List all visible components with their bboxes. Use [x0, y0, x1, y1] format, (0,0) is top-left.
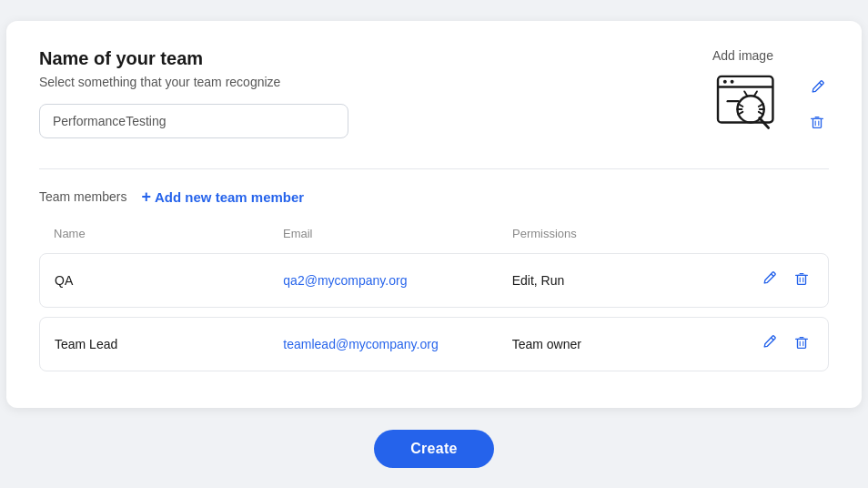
delete-image-button[interactable] — [805, 110, 829, 137]
svg-rect-28 — [797, 339, 805, 348]
svg-line-9 — [759, 104, 763, 107]
svg-line-15 — [819, 82, 822, 85]
svg-line-6 — [738, 104, 742, 107]
team-members-title: Team members — [39, 189, 126, 204]
image-section: Add image — [712, 48, 829, 143]
row-actions — [741, 267, 813, 294]
edit-image-button[interactable] — [805, 76, 829, 103]
delete-member-button[interactable] — [790, 267, 813, 294]
member-permissions: Team owner — [512, 337, 741, 351]
col-header-name: Name — [54, 227, 283, 240]
svg-rect-22 — [797, 275, 805, 284]
add-member-label: Add new team member — [155, 189, 304, 205]
team-info: Name of your team Select something that … — [39, 48, 676, 138]
svg-line-21 — [771, 273, 773, 276]
member-email: teamlead@mycompany.org — [283, 337, 511, 351]
image-area — [712, 70, 829, 143]
team-members-header: Team members + Add new team member — [39, 188, 829, 207]
member-permissions: Edit, Run — [512, 273, 741, 288]
row-actions — [741, 330, 813, 358]
member-name: QA — [55, 273, 283, 288]
page-wrapper: Name of your team Select something that … — [0, 0, 868, 488]
col-header-email: Email — [283, 227, 512, 240]
table-row: QA qa2@mycompany.org Edit, Run — [39, 253, 829, 308]
top-section: Name of your team Select something that … — [39, 48, 829, 143]
edit-member-button[interactable] — [757, 330, 781, 358]
svg-line-14 — [754, 91, 757, 96]
col-header-permissions: Permissions — [512, 227, 742, 240]
member-name: Team Lead — [55, 337, 283, 351]
bug-search-icon — [713, 72, 793, 141]
svg-line-27 — [771, 337, 773, 340]
svg-line-8 — [738, 111, 742, 114]
svg-rect-16 — [813, 118, 822, 127]
add-image-label: Add image — [712, 48, 773, 63]
svg-point-3 — [731, 79, 734, 83]
svg-rect-0 — [718, 76, 772, 122]
svg-point-2 — [723, 79, 727, 83]
section-divider — [39, 168, 829, 169]
delete-member-button[interactable] — [790, 330, 813, 358]
team-subtitle: Select something that your team recogniz… — [39, 75, 676, 89]
member-email: qa2@mycompany.org — [283, 273, 511, 288]
image-actions — [805, 76, 829, 137]
bottom-bar: Create — [374, 430, 494, 468]
edit-member-button[interactable] — [757, 267, 781, 294]
table-header: Name Email Permissions — [39, 221, 829, 246]
create-button[interactable]: Create — [374, 430, 494, 468]
col-header-actions — [742, 227, 814, 240]
main-card: Name of your team Select something that … — [6, 21, 862, 408]
table-row: Team Lead teamlead@mycompany.org Team ow… — [39, 317, 829, 371]
svg-line-13 — [744, 91, 747, 96]
team-image-preview — [712, 70, 794, 143]
team-name-input[interactable] — [39, 104, 348, 138]
svg-line-11 — [759, 111, 763, 114]
add-member-plus-icon: + — [141, 188, 151, 207]
add-member-button[interactable]: + Add new team member — [141, 188, 304, 207]
team-title: Name of your team — [39, 48, 676, 69]
